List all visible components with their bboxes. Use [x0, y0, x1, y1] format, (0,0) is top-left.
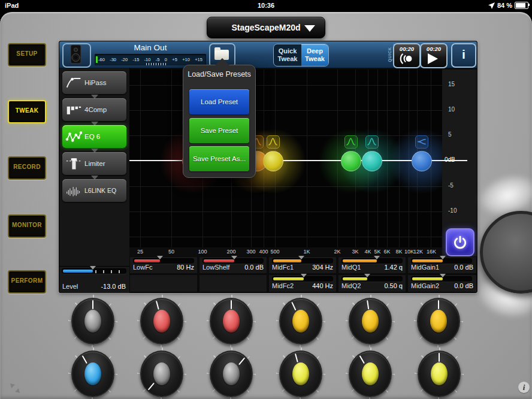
param-cell-midq2: MidQ2 0.50 q [338, 274, 406, 292]
knob-r2c1[interactable] [71, 350, 114, 397]
limiter-fader-icon [65, 155, 83, 172]
freq-tick: 5K [374, 249, 380, 255]
freq-tick: 300 [246, 249, 255, 255]
module-hipass[interactable]: HiPass [62, 71, 126, 94]
param-cell-midfc1: MidFc1 304 Hz [268, 256, 337, 274]
capture-rings-icon [395, 53, 416, 65]
knob-r1c3[interactable] [210, 298, 253, 344]
param-cell-empty [129, 274, 198, 292]
eq-node-mid2[interactable] [263, 151, 283, 171]
battery-percent: 84 % [497, 2, 512, 9]
level-slider-fill [63, 270, 93, 273]
band-type-badge-himid1[interactable] [344, 135, 358, 149]
param-slider[interactable] [411, 258, 472, 264]
channel-meter-box[interactable]: Main Out -60 -30 -20 -15 -10 -5 0 +5 +10… [93, 42, 207, 66]
power-icon [452, 235, 468, 250]
module-limiter[interactable]: Limiter [62, 152, 126, 175]
band-type-badge-high-shelf[interactable] [415, 135, 428, 149]
knob-cap [153, 310, 170, 332]
app-info-icon[interactable]: i [518, 382, 530, 393]
eq-gain-axis: 15 10 5 0dB -5 -10 -15 [442, 69, 477, 256]
hipass-curve-icon [65, 74, 83, 91]
quick-tweak-tab[interactable]: Quick Tweak [274, 44, 301, 66]
param-label: MidGain2 [411, 282, 439, 289]
tweak-panel: Main Out -60 -30 -20 -15 -10 -5 0 +5 +10… [59, 41, 477, 293]
knob-r2c2[interactable] [140, 350, 183, 397]
save-preset-as-button[interactable]: Save Preset As... [189, 146, 249, 171]
sidebar-item-perform[interactable]: PERFORM [8, 270, 46, 294]
level-slider[interactable] [62, 268, 126, 274]
param-slider[interactable] [411, 276, 472, 282]
module-label: Limiter [84, 160, 105, 167]
location-arrow-icon [488, 2, 495, 9]
knob-r1c4[interactable] [279, 298, 322, 344]
module-l6link-eq[interactable]: L6LINK EQ [62, 179, 126, 202]
knob-r2c5[interactable] [349, 350, 392, 397]
gain-tick: -10 [448, 207, 468, 214]
param-slider[interactable] [133, 258, 194, 264]
sidebar-item-tweak[interactable]: TWEAK [8, 100, 46, 123]
save-preset-button[interactable]: Save Preset [189, 118, 249, 143]
param-value: 0.0 dB [454, 264, 473, 271]
freq-tick: 400 [259, 249, 268, 255]
sidebar-item-setup[interactable]: SETUP [8, 43, 46, 66]
eq-node-himid1[interactable] [341, 151, 361, 171]
eq-node-high[interactable] [412, 151, 432, 171]
knob-cap [362, 362, 379, 385]
band-type-badge-himid2[interactable] [365, 135, 379, 149]
knob-r1c6[interactable] [417, 298, 460, 344]
level-label: Level [62, 283, 78, 290]
load-preset-button[interactable]: Load Preset [189, 89, 249, 114]
param-label: MidQ2 [341, 282, 361, 289]
channel-speaker-button[interactable] [62, 43, 91, 68]
freq-tick: 12K [413, 249, 423, 255]
freq-tick: 500 [270, 249, 279, 255]
module-eq6[interactable]: EQ 6 [62, 125, 126, 148]
knob-r2c3[interactable] [210, 350, 253, 397]
meter-tick: -60 [98, 57, 105, 62]
param-slider[interactable] [272, 276, 333, 282]
param-value: 304 Hz [312, 264, 333, 271]
quick-capture-play-button[interactable]: 00:20 [420, 43, 448, 68]
param-slider[interactable] [202, 258, 264, 264]
param-cell-midgain2: MidGain2 0.0 dB [407, 274, 477, 292]
freq-tick: 2K [334, 249, 340, 255]
knob-r1c5[interactable] [349, 298, 392, 344]
param-label: MidFc2 [272, 282, 294, 289]
sidebar-item-record[interactable]: RECORD [8, 156, 46, 180]
deep-tweak-tab[interactable]: Deep Tweak [301, 44, 328, 66]
param-slider[interactable] [341, 276, 403, 282]
sidebar-item-monitor[interactable]: MONITOR [8, 214, 46, 238]
eq-power-button[interactable] [446, 228, 474, 256]
knob-r2c6[interactable] [418, 350, 461, 397]
knob-cap [84, 362, 101, 385]
knob-cap [362, 310, 379, 332]
knob-cap [153, 362, 170, 385]
resize-handle-icon[interactable] [8, 382, 22, 395]
knob-r1c2[interactable] [140, 298, 183, 344]
knob-r1c1[interactable] [71, 298, 114, 344]
quick-capture-record-button[interactable]: 00:20 [393, 43, 421, 68]
param-slider[interactable] [272, 258, 333, 264]
module-4comp[interactable]: 4Comp [62, 98, 126, 121]
meter-tick: +5 [172, 57, 177, 62]
freq-tick: 1K [303, 249, 310, 255]
popup-title: Load/Save Presets [183, 70, 255, 78]
eq-graph[interactable] [129, 69, 442, 247]
channel-header: Main Out -60 -30 -20 -15 -10 -5 0 +5 +10… [59, 41, 477, 68]
info-button[interactable]: i [451, 43, 476, 68]
band-type-badge-mid2[interactable] [267, 135, 280, 149]
device-selector-dropdown[interactable]: StageScapeM20d [207, 17, 325, 38]
param-slider[interactable] [341, 258, 403, 264]
play-icon [427, 53, 439, 64]
knob-cap [431, 362, 448, 385]
knob-r2c4[interactable] [279, 350, 322, 397]
play-time: 00:20 [421, 46, 446, 52]
level-value: -13.0 dB [101, 283, 126, 290]
gain-tick: 15 [448, 81, 468, 87]
param-cell-midq1: MidQ1 1.42 q [338, 256, 406, 274]
meter-tick: +15 [195, 57, 202, 62]
module-label: 4Comp [84, 106, 107, 113]
eq-node-himid2[interactable] [362, 151, 382, 171]
level-slider-handle[interactable] [90, 266, 96, 270]
